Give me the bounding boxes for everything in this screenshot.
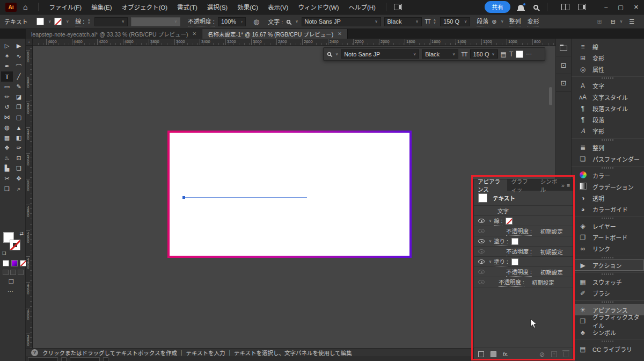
- selection-tool[interactable]: ▷: [1, 41, 13, 51]
- dock-item-artboards[interactable]: ❐アートボード: [572, 232, 644, 243]
- artboard-nav-select[interactable]: [70, 357, 100, 361]
- column-graph-tool[interactable]: ▙: [1, 163, 13, 174]
- fill-swatch[interactable]: [511, 238, 518, 245]
- transform-link[interactable]: 変形: [527, 17, 539, 26]
- gradient-tool[interactable]: ◧: [13, 133, 25, 143]
- stroke-none-swatch[interactable]: [506, 218, 513, 225]
- dock-item-character-styles[interactable]: ᴀA文字スタイル: [572, 91, 644, 103]
- dock-item-character[interactable]: A文字: [572, 80, 644, 91]
- curvature-tool[interactable]: ⌒: [13, 61, 25, 71]
- fill-swatch[interactable]: [36, 18, 44, 25]
- menu-effect[interactable]: 効果(C): [232, 3, 263, 11]
- eraser-tool[interactable]: ◪: [13, 92, 25, 102]
- draw-inside-button[interactable]: [18, 270, 24, 275]
- visibility-eye-icon[interactable]: [478, 259, 485, 264]
- menu-object[interactable]: オブジェクト(O): [117, 3, 173, 11]
- dock-item-swatches[interactable]: ▦スウォッチ: [572, 276, 644, 287]
- maximize-button[interactable]: ▢: [618, 4, 623, 10]
- panel-layout-icon[interactable]: [578, 4, 586, 10]
- close-icon[interactable]: ✕: [193, 31, 197, 37]
- gradient-button[interactable]: [11, 260, 18, 266]
- paragraph-link[interactable]: 段落: [477, 17, 488, 26]
- dock-item-color-guide[interactable]: ◕カラーガイド: [572, 204, 644, 215]
- font-size-stepper[interactable]: ∧∨: [434, 19, 436, 24]
- direct-selection-tool[interactable]: ▶: [13, 41, 25, 51]
- appearance-row-fill[interactable]: ∨ 塗り :: [474, 257, 573, 267]
- document-tab[interactable]: leapstep-note-eyecatch.ai* @ 33.33 % (RG…: [26, 29, 202, 39]
- chevron-down-icon[interactable]: ∨: [489, 259, 492, 264]
- chevron-down-icon[interactable]: ∨: [489, 239, 492, 243]
- share-button[interactable]: 共有: [485, 1, 510, 13]
- stepper-stub[interactable]: [103, 357, 108, 361]
- appearance-row-opacity[interactable]: 不透明度 : 初期設定: [474, 267, 573, 277]
- dock-item-gradient[interactable]: グラデーション: [572, 181, 644, 192]
- perspective-grid-tool[interactable]: ▲: [13, 122, 25, 133]
- duplicate-item-icon[interactable]: +: [551, 351, 557, 357]
- visibility-eye-icon[interactable]: [478, 219, 485, 223]
- hand-tool[interactable]: ✥: [13, 174, 25, 184]
- magic-wand-tool[interactable]: ✶: [1, 51, 13, 61]
- graph-tool[interactable]: ⊡: [13, 153, 25, 163]
- artboard-surface[interactable]: [170, 133, 409, 256]
- notifications-icon[interactable]: [518, 5, 524, 10]
- dock-item-links[interactable]: ∞リンク: [572, 243, 644, 254]
- swap-fill-stroke-icon[interactable]: ⇄: [19, 231, 24, 236]
- dock-item-paragraph[interactable]: ¶段落: [572, 114, 644, 125]
- appearance-row-opacity-root[interactable]: 不透明度 : 初期設定: [474, 277, 573, 287]
- font-style-select[interactable]: Black∨: [422, 49, 458, 59]
- pencil-tool[interactable]: ✏: [1, 92, 13, 102]
- vertical-scrollbar[interactable]: [549, 87, 552, 105]
- zoom-tool[interactable]: ⌕: [13, 184, 25, 194]
- default-fill-stroke-icon[interactable]: ❏: [2, 251, 6, 256]
- dock-item-cc-libraries[interactable]: ▤CC ライブラリ: [572, 343, 644, 355]
- dock-item-stroke[interactable]: ≡線: [572, 41, 644, 52]
- anchor-point[interactable]: [182, 196, 185, 199]
- scroll-up-icon[interactable]: ∧: [547, 46, 551, 47]
- font-size-select[interactable]: 150 Q∨: [470, 49, 498, 59]
- dock-item-align[interactable]: ≣整列: [572, 142, 644, 153]
- dock-item-brushes[interactable]: ✐ブラシ: [572, 287, 644, 299]
- scale-tool[interactable]: ❐: [13, 102, 25, 112]
- align-link[interactable]: 整列: [509, 17, 521, 26]
- tab-appearance[interactable]: アピアランス: [474, 179, 507, 191]
- artboard-tool[interactable]: ❏: [13, 163, 25, 174]
- style-sphere-icon[interactable]: ◍: [253, 18, 259, 26]
- menu-window[interactable]: ウィンドウ(W): [293, 3, 343, 11]
- asset-export-icon[interactable]: ⊡: [556, 74, 571, 92]
- add-stroke-icon[interactable]: [478, 351, 484, 357]
- tab-symbols[interactable]: シンボル: [537, 179, 561, 191]
- lasso-tool[interactable]: ∿: [13, 51, 25, 61]
- minimize-button[interactable]: –: [604, 4, 608, 10]
- menu-select[interactable]: 選択(S): [202, 3, 232, 11]
- dock-item-actions[interactable]: ▶アクション: [572, 259, 644, 271]
- chevron-down-icon[interactable]: ∨: [295, 19, 298, 24]
- dock-item-transparency[interactable]: ◑透明: [572, 192, 644, 204]
- vertical-ruler[interactable]: 6000 5800 5600 5400 5200 5000 4800 4600 …: [26, 46, 33, 348]
- tab-overflow-icon[interactable]: »: [561, 182, 565, 189]
- home-icon[interactable]: ⌂: [23, 3, 27, 11]
- line-segment-tool[interactable]: ╱: [13, 71, 25, 82]
- add-fill-icon[interactable]: [491, 351, 496, 357]
- chevron-down-icon[interactable]: ∨: [501, 19, 503, 24]
- panel-menu-icon[interactable]: ≡: [567, 182, 570, 189]
- menu-edit[interactable]: 編集(E): [86, 3, 116, 11]
- dock-item-transform[interactable]: ⊞変形: [572, 52, 644, 63]
- appearance-row-opacity[interactable]: 不透明度 : 初期設定: [474, 226, 573, 236]
- panel-dock-icon[interactable]: ⊟: [611, 18, 616, 25]
- close-button[interactable]: ✕: [634, 4, 639, 10]
- stroke-swatch[interactable]: [54, 18, 62, 25]
- opacity-label[interactable]: 不透明度 :: [188, 17, 215, 26]
- width-tool[interactable]: ⋈: [1, 112, 13, 122]
- dock-item-paragraph-styles[interactable]: ¶段落スタイル: [572, 103, 644, 114]
- type-tool[interactable]: T: [1, 71, 13, 82]
- list-options-icon[interactable]: ☰: [629, 18, 634, 25]
- grid-snap-icon[interactable]: ⊞: [597, 18, 602, 25]
- menu-file[interactable]: ファイル(F): [44, 3, 86, 11]
- pen-tool[interactable]: ✒: [1, 61, 13, 71]
- menu-help[interactable]: ヘルプ(H): [343, 3, 380, 11]
- more-options-icon[interactable]: ⋯: [526, 50, 532, 57]
- visibility-eye-icon[interactable]: [478, 229, 485, 233]
- mesh-tool[interactable]: ▦: [1, 133, 13, 143]
- visibility-eye-icon[interactable]: [478, 280, 485, 284]
- color-button[interactable]: [3, 260, 9, 266]
